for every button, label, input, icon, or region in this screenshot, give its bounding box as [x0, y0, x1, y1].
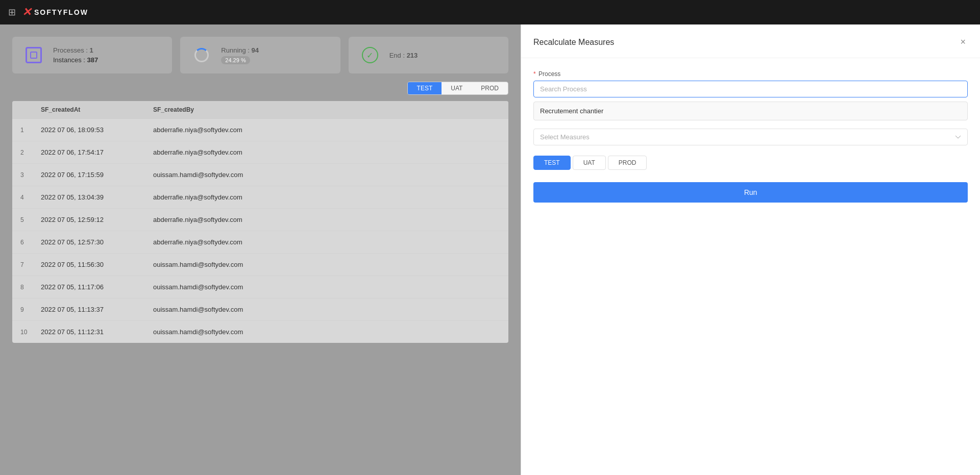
running-badge: 24.29 % — [221, 56, 259, 64]
stats-row: Processes : 1 Instances : 387 Running : … — [12, 37, 508, 73]
measures-field: Select Measures — [533, 129, 968, 145]
row-date: 2022 07 06, 18:09:53 — [41, 126, 153, 134]
row-by: abderrafie.niya@softydev.com — [153, 193, 500, 201]
row-num: 7 — [20, 261, 41, 268]
panel-header: Recalculate Measures × — [521, 24, 980, 58]
end-icon: ✓ — [359, 44, 381, 66]
table-row: 2 2022 07 06, 17:54:17 abderrafie.niya@s… — [12, 141, 508, 164]
table-row: 10 2022 07 05, 11:12:31 ouissam.hamdi@so… — [12, 321, 508, 343]
row-date: 2022 07 05, 11:12:31 — [41, 328, 153, 336]
row-date: 2022 07 06, 17:54:17 — [41, 148, 153, 156]
logo: ✕ SOFTYFLOW — [22, 6, 88, 19]
measures-select[interactable]: Select Measures — [533, 129, 968, 145]
col-date-header: SF_createdAt — [41, 106, 153, 113]
process-label: * Process — [533, 70, 968, 78]
stat-card-processes: Processes : 1 Instances : 387 — [12, 37, 172, 73]
row-num: 10 — [20, 329, 41, 336]
table-row: 9 2022 07 05, 11:13:37 ouissam.hamdi@sof… — [12, 298, 508, 321]
row-num: 4 — [20, 194, 41, 201]
row-num: 9 — [20, 306, 41, 313]
grid-icon[interactable]: ⊞ — [8, 7, 16, 18]
row-date: 2022 07 05, 11:56:30 — [41, 261, 153, 268]
env-field: TEST UAT PROD — [533, 154, 968, 170]
row-num: 1 — [20, 127, 41, 134]
row-date: 2022 07 05, 12:57:30 — [41, 238, 153, 246]
env-uat-button[interactable]: UAT — [573, 156, 606, 170]
row-by: ouissam.hamdi@softydev.com — [153, 171, 500, 179]
table-row: 4 2022 07 05, 13:04:39 abderrafie.niya@s… — [12, 186, 508, 209]
logo-x-icon: ✕ — [22, 6, 31, 19]
row-by: ouissam.hamdi@softydev.com — [153, 328, 500, 336]
filter-prod-button[interactable]: PROD — [472, 82, 508, 94]
row-num: 5 — [20, 216, 41, 223]
table-row: 7 2022 07 05, 11:56:30 ouissam.hamdi@sof… — [12, 254, 508, 276]
table-row: 1 2022 07 06, 18:09:53 abderrafie.niya@s… — [12, 119, 508, 141]
row-date: 2022 07 06, 17:15:59 — [41, 171, 153, 179]
run-button[interactable]: Run — [533, 182, 968, 203]
processes-label: Processes : 1 — [53, 46, 98, 54]
row-num: 6 — [20, 239, 41, 246]
row-by: ouissam.hamdi@softydev.com — [153, 306, 500, 313]
logo-text: SOFTYFLOW — [34, 8, 88, 16]
end-text: End : 213 — [389, 52, 418, 59]
table-row: 3 2022 07 06, 17:15:59 ouissam.hamdi@sof… — [12, 164, 508, 186]
stat-card-end: ✓ End : 213 — [349, 37, 508, 73]
end-label: End : 213 — [389, 52, 418, 59]
navbar: ⊞ ✕ SOFTYFLOW — [0, 0, 980, 24]
env-test-button[interactable]: TEST — [533, 156, 571, 170]
filter-test-button[interactable]: TEST — [408, 82, 442, 94]
running-icon — [190, 44, 213, 66]
col-num-header — [20, 106, 41, 113]
row-num: 8 — [20, 284, 41, 291]
search-process-input[interactable] — [533, 81, 968, 97]
bg-content: Processes : 1 Instances : 387 Running : … — [0, 24, 521, 475]
table-body: 1 2022 07 06, 18:09:53 abderrafie.niya@s… — [12, 119, 508, 343]
row-by: abderrafie.niya@softydev.com — [153, 216, 500, 223]
running-text: Running : 94 24.29 % — [221, 46, 259, 64]
row-num: 2 — [20, 149, 41, 156]
processes-text: Processes : 1 Instances : 387 — [53, 46, 98, 64]
row-by: ouissam.hamdi@softydev.com — [153, 261, 500, 268]
panel-body: * Process Recrutement chantier Select Me… — [521, 58, 980, 215]
data-table: SF_createdAt SF_createdBy 1 2022 07 06, … — [12, 101, 508, 343]
panel-title: Recalculate Measures — [533, 38, 614, 47]
env-btn-group: TEST UAT PROD — [533, 156, 968, 170]
process-field: * Process Recrutement chantier — [533, 70, 968, 120]
row-by: abderrafie.niya@softydev.com — [153, 238, 500, 246]
row-by: abderrafie.niya@softydev.com — [153, 126, 500, 134]
filter-btn-group: TEST UAT PROD — [407, 82, 508, 95]
table-header: SF_createdAt SF_createdBy — [12, 101, 508, 119]
row-num: 3 — [20, 171, 41, 179]
table-row: 5 2022 07 05, 12:59:12 abderrafie.niya@s… — [12, 209, 508, 231]
running-label: Running : 94 — [221, 46, 259, 54]
table-row: 8 2022 07 05, 11:17:06 ouissam.hamdi@sof… — [12, 276, 508, 298]
col-by-header: SF_createdBy — [153, 106, 500, 113]
row-date: 2022 07 05, 11:17:06 — [41, 283, 153, 291]
stat-card-running: Running : 94 24.29 % — [180, 37, 340, 73]
env-prod-button[interactable]: PROD — [608, 156, 647, 170]
row-by: abderrafie.niya@softydev.com — [153, 148, 500, 156]
right-panel: Recalculate Measures × * Process Recrute… — [521, 24, 980, 475]
main-area: Processes : 1 Instances : 387 Running : … — [0, 24, 980, 475]
instances-label: Instances : 387 — [53, 56, 98, 64]
row-date: 2022 07 05, 13:04:39 — [41, 193, 153, 201]
filter-uat-button[interactable]: UAT — [442, 82, 472, 94]
filter-row: TEST UAT PROD — [12, 82, 508, 95]
processes-icon — [22, 44, 45, 66]
row-by: ouissam.hamdi@softydev.com — [153, 283, 500, 291]
row-date: 2022 07 05, 11:13:37 — [41, 306, 153, 313]
process-option[interactable]: Recrutement chantier — [533, 102, 968, 120]
close-button[interactable]: × — [958, 35, 968, 49]
row-date: 2022 07 05, 12:59:12 — [41, 216, 153, 223]
table-row: 6 2022 07 05, 12:57:30 abderrafie.niya@s… — [12, 231, 508, 254]
